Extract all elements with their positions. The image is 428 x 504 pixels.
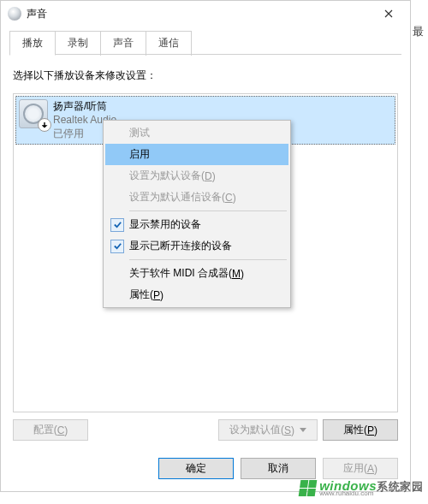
tab-recording[interactable]: 录制 xyxy=(55,31,101,56)
menu-about-midi[interactable]: 关于软件 MIDI 合成器(M) xyxy=(105,263,288,284)
tab-underline xyxy=(9,54,401,55)
check-icon xyxy=(110,218,124,232)
menu-set-default-comm-device[interactable]: 设置为默认通信设备(C) xyxy=(105,187,288,208)
tab-playback[interactable]: 播放 xyxy=(9,31,56,56)
menu-show-disconnected[interactable]: 显示已断开连接的设备 xyxy=(105,235,288,257)
tab-communications[interactable]: 通信 xyxy=(146,31,192,56)
menu-test[interactable]: 测试 xyxy=(105,122,288,144)
device-name: 扬声器/听筒 xyxy=(53,99,116,113)
device-icon-wrap xyxy=(19,99,48,128)
set-default-button[interactable]: 设为默认值(S) xyxy=(218,419,318,441)
check-icon xyxy=(110,240,124,253)
watermark-logo-icon xyxy=(299,480,318,496)
watermark-url: www.ruhaidu.com xyxy=(319,490,423,497)
chevron-down-icon xyxy=(300,428,306,432)
cancel-button[interactable]: 取消 xyxy=(241,458,316,479)
close-icon xyxy=(384,9,393,18)
menu-show-disabled[interactable]: 显示禁用的设备 xyxy=(105,214,288,235)
tab-sounds[interactable]: 声音 xyxy=(100,31,146,56)
apply-button[interactable]: 应用(A) xyxy=(323,458,398,479)
menu-enable[interactable]: 启用 xyxy=(105,144,288,165)
instruction-text: 选择以下播放设备来修改设置： xyxy=(13,68,398,83)
close-button[interactable] xyxy=(371,1,407,27)
panel-button-row: 配置(C) 设为默认值(S) 属性(P) xyxy=(13,412,398,441)
watermark: windows系统家园 www.ruhaidu.com xyxy=(300,479,423,497)
configure-button[interactable]: 配置(C) xyxy=(13,419,88,441)
menu-separator xyxy=(129,210,287,211)
menu-properties[interactable]: 属性(P) xyxy=(105,284,288,305)
window-title: 声音 xyxy=(27,7,371,21)
titlebar: 声音 xyxy=(1,1,410,27)
menu-set-default-device[interactable]: 设置为默认设备(D) xyxy=(105,165,288,187)
disabled-overlay-icon xyxy=(38,118,51,132)
context-menu: 测试 启用 设置为默认设备(D) 设置为默认通信设备(C) 显示禁用的设备 显示… xyxy=(103,120,291,308)
stray-text: 最 xyxy=(413,24,425,41)
sound-title-icon xyxy=(8,7,21,21)
ok-button[interactable]: 确定 xyxy=(158,458,234,479)
menu-separator xyxy=(129,259,287,260)
properties-button[interactable]: 属性(P) xyxy=(323,419,398,441)
tab-strip: 播放 录制 声音 通信 xyxy=(1,27,410,55)
